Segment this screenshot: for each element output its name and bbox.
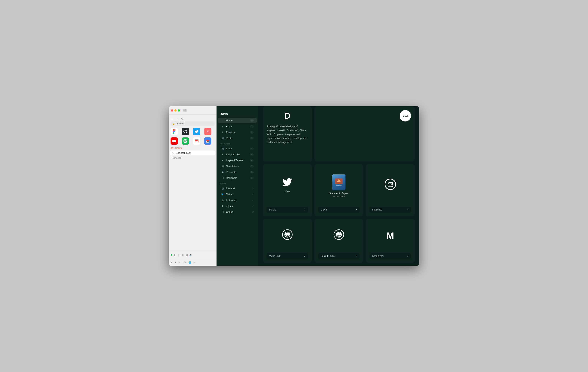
minimize-button[interactable] — [174, 109, 177, 112]
figma-nav-icon: ❖ — [221, 205, 224, 207]
nav-label-designers: Designers — [226, 176, 248, 179]
svg-point-4 — [385, 179, 396, 190]
instagram-icon: ◎ — [221, 199, 224, 202]
status-icon-1[interactable]: ⊞ — [170, 261, 172, 264]
nav-item-about[interactable]: ✦ About 1 — [218, 124, 257, 129]
nav-item-github[interactable]: ⬡ Github ↗ — [218, 209, 257, 215]
forward-button[interactable]: → — [176, 117, 179, 120]
cards-grid: D A design-focused designer & engineer b… — [258, 106, 419, 266]
maximize-button[interactable] — [178, 109, 180, 112]
follow-button[interactable]: Follow ↗ — [267, 207, 308, 213]
nav-label-figma: Figma — [226, 205, 250, 207]
nav-item-inspired-tweets[interactable]: ♥ Inspired Tweets 6 — [218, 157, 257, 163]
nav-item-twitter[interactable]: 🐦 Twitter ↗ — [218, 192, 257, 197]
nav-item-posts[interactable]: ▤ Posts 3 — [218, 135, 257, 141]
status-icon-2[interactable]: ● — [175, 261, 176, 264]
book-card: Tell Me A Story Summer in Japan Yoann Ga… — [314, 164, 364, 217]
pause-button[interactable]: ⏸ — [182, 254, 184, 256]
coding-text: Coding — [175, 147, 182, 149]
favicon-youtube[interactable] — [170, 137, 178, 145]
favicon-grid: ✉ — [169, 127, 217, 136]
favicon-github[interactable] — [182, 128, 189, 135]
main-content: D A design-focused designer & engineer b… — [258, 106, 419, 266]
about-icon: ✦ — [221, 125, 224, 128]
newsletter-card: Subscribe ↗ — [366, 164, 415, 217]
video-chat-card: Video Chat ↗ — [263, 219, 312, 263]
follow-label: Follow — [269, 208, 276, 211]
d-letter: D — [284, 112, 290, 120]
close-button[interactable] — [171, 109, 173, 112]
favicon-calendar[interactable]: 📅 — [204, 137, 211, 145]
back-button[interactable]: ← — [170, 117, 174, 120]
status-icon-4[interactable]: </> — [183, 261, 186, 264]
send-mail-arrow: ↗ — [407, 255, 408, 257]
nav-item-newsletters[interactable]: ▤ Newsletters 7 — [218, 163, 257, 169]
nav-item-reading-list[interactable]: ★ Reading List 5 — [218, 152, 257, 157]
resume-icon: ▤ — [221, 187, 224, 190]
favicon-mail[interactable]: ✉ — [204, 128, 211, 135]
status-icon-add[interactable]: + — [194, 261, 195, 264]
subscribe-button[interactable]: Subscribe ↗ — [369, 207, 411, 213]
posts-icon: ▤ — [221, 137, 224, 140]
address-bar[interactable]: 🔒 localhost — [170, 122, 215, 126]
svg-rect-1 — [185, 109, 187, 110]
calendly-book-icon — [334, 229, 344, 242]
mail-card: M Send a mail ↗ — [366, 219, 415, 263]
nav-label-resume: Resumé — [226, 187, 250, 190]
book-30-arrow: ↗ — [355, 255, 357, 257]
volume-button[interactable]: 🔊 — [189, 254, 192, 256]
next-button[interactable]: ⏭ — [186, 254, 188, 256]
nav-label-podcasts: Podcasts — [226, 171, 248, 174]
favicon-spotify[interactable] — [182, 137, 189, 145]
designers-icon: ⬡ — [221, 176, 224, 179]
nav-badge-posts: 3 — [250, 137, 254, 140]
nav-item-projects[interactable]: ✦ Projects 2 — [218, 129, 257, 135]
status-icon-5[interactable]: 🌐 — [189, 261, 191, 264]
nav-badge-projects: 2 — [250, 131, 254, 134]
listen-button[interactable]: Litsen ↗ — [318, 207, 360, 213]
favicon-grid-2: 📅 — [169, 136, 217, 146]
nav-item-figma[interactable]: ❖ Figma ↗ — [218, 203, 257, 209]
nav-badge-designers: 9 — [250, 177, 254, 179]
calendly-video-icon — [282, 229, 293, 242]
coding-label: </> Coding — [169, 146, 217, 150]
social-section-label: Social — [217, 181, 258, 186]
nav-label-twitter: Twitter — [226, 193, 250, 196]
book-30-card: Book 30 mins ↗ — [314, 219, 364, 263]
book-30-button[interactable]: Book 30 mins ↗ — [318, 253, 360, 259]
nav-badge-stack: 4 — [250, 147, 254, 150]
video-chat-label: Video Chat — [269, 255, 281, 257]
favicon-twitter[interactable] — [193, 128, 200, 135]
nav-item-podcasts[interactable]: ◉ Podcasts 8 — [218, 169, 257, 175]
nav-badge-newsletters: 7 — [250, 165, 254, 168]
video-chat-button[interactable]: Video Chat ↗ — [267, 253, 308, 259]
nav-badge-about: 1 — [250, 125, 254, 128]
tab-localhost[interactable]: ⬡ localhost:3000 — [170, 151, 215, 155]
external-icon-figma: ↗ — [252, 205, 254, 207]
nav-item-instagram[interactable]: ◎ Instagram ↗ — [218, 197, 257, 203]
subscribe-arrow: ↗ — [407, 209, 408, 211]
nav-item-stack[interactable]: ▤ Stack 4 — [218, 146, 257, 151]
nav-item-designers[interactable]: ⬡ Designers 9 — [218, 175, 257, 181]
status-icon-3[interactable]: ⚙ — [178, 261, 180, 264]
new-tab-button[interactable]: + New Tab — [169, 156, 217, 160]
twitter-count: 150K — [284, 190, 290, 193]
gmail-icon: M — [387, 230, 394, 241]
sidebar-toggle[interactable] — [183, 109, 187, 112]
prev-button[interactable]: ⏮ — [174, 254, 177, 256]
heart-icon: ♥ — [221, 159, 224, 162]
music-player: ● ⏮ ⏭ ⏸ ⏭ 🔊 — [169, 250, 217, 259]
nav-item-resume[interactable]: ▤ Resumé ↗ — [218, 186, 257, 191]
tab-icon: ⬡ — [172, 152, 175, 154]
prev-track-button[interactable]: ⏭ — [178, 254, 180, 256]
reload-button[interactable]: ↻ — [180, 117, 184, 120]
send-mail-button[interactable]: Send a mail ↗ — [369, 253, 411, 259]
nav-label-posts: Posts — [226, 137, 248, 140]
follow-arrow: ↗ — [304, 209, 305, 211]
address-text: localhost — [176, 122, 184, 125]
favicon-gmail[interactable] — [193, 137, 200, 145]
reading-icon: ★ — [221, 153, 224, 156]
favicon-figma[interactable] — [170, 128, 178, 135]
nav-item-home[interactable]: ⌂ Home 0 — [218, 118, 257, 123]
nav-badge-reading-list: 5 — [250, 153, 254, 156]
